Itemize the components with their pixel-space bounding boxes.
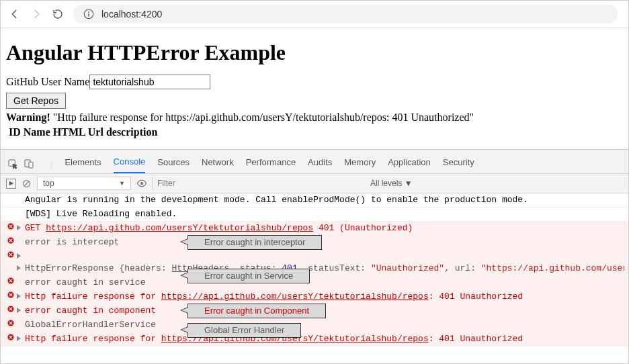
- page-content: Angular HTTPError Example GitHub User Na…: [1, 28, 628, 141]
- console-filter-bar: top▼ All levels ▼: [1, 174, 628, 193]
- execution-play-icon[interactable]: [6, 179, 16, 189]
- username-label: GitHub User Name: [6, 76, 89, 87]
- filter-input[interactable]: [153, 177, 361, 190]
- url-bar[interactable]: localhost:4200: [73, 5, 618, 24]
- warning-message: Warning! "Http failure response for http…: [6, 111, 623, 124]
- callout-service: Error caught in Service: [187, 269, 310, 283]
- devtools-panel: | Elements Console Sources Network Perfo…: [1, 149, 628, 347]
- url-text: localhost:4200: [101, 9, 162, 19]
- log-line: Angular is running in the development mo…: [1, 193, 628, 208]
- tab-sources[interactable]: Sources: [157, 154, 190, 173]
- tab-security[interactable]: Security: [443, 154, 474, 173]
- error-line: GET https://api.github.com/usersY/tektut…: [1, 222, 628, 236]
- clear-icon[interactable]: [22, 179, 32, 189]
- error-icon: [7, 236, 15, 244]
- error-icon: [7, 291, 15, 299]
- live-expression-icon[interactable]: [136, 178, 147, 189]
- back-icon[interactable]: [9, 8, 21, 20]
- expand-icon[interactable]: [17, 336, 21, 341]
- error-icon: [7, 222, 15, 230]
- tab-application[interactable]: Application: [388, 154, 431, 173]
- error-line: error caught in service Error caught in …: [1, 276, 628, 290]
- browser-toolbar: localhost:4200: [1, 1, 628, 28]
- username-input[interactable]: [89, 75, 210, 89]
- svg-line-7: [24, 181, 30, 186]
- warning-text: "Http failure response for https://api.g…: [50, 111, 474, 123]
- error-line: GlobalErrorHandlerService Global Error H…: [1, 318, 628, 332]
- reload-icon[interactable]: [52, 8, 64, 20]
- log-levels-select[interactable]: All levels ▼: [370, 179, 413, 188]
- console-output: Angular is running in the development mo…: [1, 193, 628, 347]
- error-line: error is intercept Error caught in inter…: [1, 236, 628, 250]
- inspect-icon[interactable]: [7, 158, 18, 169]
- error-icon: [7, 333, 15, 341]
- svg-rect-2: [88, 13, 89, 17]
- svg-point-1: [88, 11, 89, 13]
- tab-network[interactable]: Network: [202, 154, 234, 173]
- forward-icon[interactable]: [30, 8, 42, 20]
- expand-icon[interactable]: [17, 293, 21, 299]
- expand-icon[interactable]: [17, 265, 21, 271]
- callout-interceptor: Error caught in interceptor: [187, 235, 322, 250]
- info-icon: [83, 8, 95, 20]
- error-line: [1, 250, 628, 262]
- svg-rect-5: [29, 162, 33, 168]
- tab-performance[interactable]: Performance: [246, 154, 296, 173]
- table-headers: ID Name HTML Url description: [6, 126, 623, 138]
- error-icon: [7, 305, 15, 313]
- error-icon: [7, 251, 15, 259]
- expand-icon[interactable]: [17, 308, 21, 313]
- request-url-link[interactable]: https://api.github.com/usersY/tektutoria…: [46, 223, 313, 233]
- expand-icon[interactable]: [17, 225, 21, 230]
- warning-prefix: Warning!: [6, 111, 50, 123]
- tab-audits[interactable]: Audits: [308, 154, 332, 173]
- tab-console[interactable]: Console: [114, 154, 146, 173]
- error-line: Http failure response for https://api.gi…: [1, 290, 628, 304]
- error-line: HttpErrorResponse {headers: HttpHeaders,…: [1, 262, 628, 276]
- tab-memory[interactable]: Memory: [344, 154, 376, 173]
- devtools-tabs: | Elements Console Sources Network Perfo…: [1, 150, 628, 174]
- page-title: Angular HTTPError Example: [6, 40, 623, 65]
- callout-component: Error caught in Component: [187, 304, 326, 318]
- tab-elements[interactable]: Elements: [65, 154, 101, 173]
- error-line: Http failure response for https://api.gi…: [1, 332, 628, 347]
- context-select[interactable]: top▼: [37, 177, 131, 190]
- callout-global: Global Error Handler: [187, 323, 301, 338]
- log-line: [WDS] Live Reloading enabled.: [1, 208, 628, 222]
- device-icon[interactable]: [24, 158, 34, 169]
- error-line: error caught in component Error caught i…: [1, 304, 628, 318]
- error-icon: [7, 319, 15, 327]
- error-icon: [7, 277, 15, 285]
- expand-icon[interactable]: [17, 253, 21, 259]
- svg-point-8: [140, 182, 143, 185]
- get-repos-button[interactable]: Get Repos: [6, 93, 66, 109]
